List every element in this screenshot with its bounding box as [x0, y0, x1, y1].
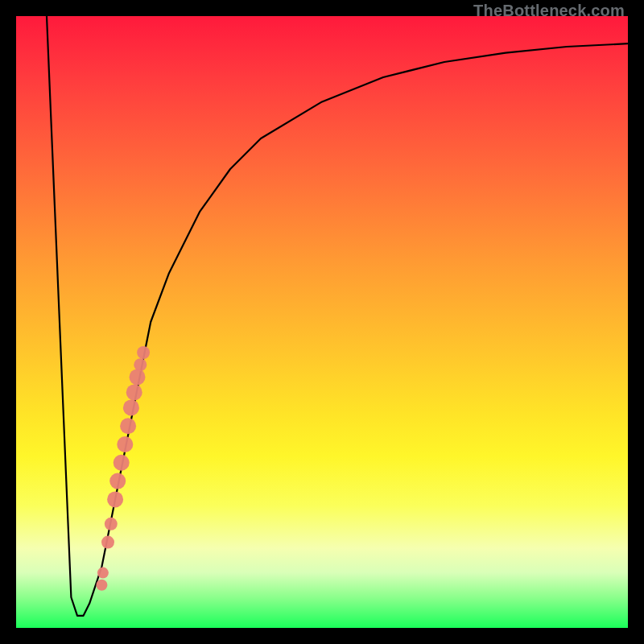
- marker-dot: [97, 568, 109, 579]
- marker-dot: [96, 580, 107, 591]
- chart-frame: TheBottleneck.com: [0, 0, 644, 644]
- marker-dot: [109, 473, 126, 489]
- marker-dot: [114, 455, 130, 471]
- marker-dot: [123, 399, 139, 415]
- marker-dot: [134, 358, 147, 371]
- marker-dot: [130, 369, 146, 385]
- plot-area: [16, 16, 628, 628]
- curve-path: [47, 16, 628, 616]
- credit-watermark: TheBottleneck.com: [473, 2, 625, 20]
- marker-dot: [126, 384, 142, 400]
- marker-dot: [105, 518, 118, 530]
- marker-dot: [101, 536, 114, 549]
- marker-dot: [137, 346, 150, 359]
- bottleneck-curve: [16, 16, 628, 628]
- marker-dot: [120, 418, 136, 434]
- marker-dot: [117, 436, 133, 452]
- marker-dot: [107, 491, 123, 507]
